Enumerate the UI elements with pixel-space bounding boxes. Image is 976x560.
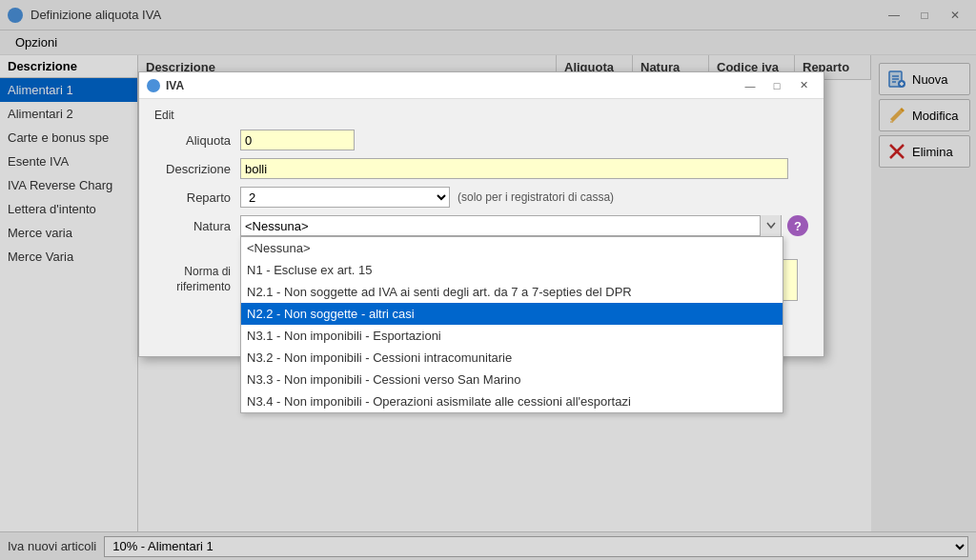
- dialog-title: IVA: [166, 79, 738, 92]
- aliquota-input[interactable]: [240, 130, 355, 150]
- iva-dialog: IVA — □ ✕ Edit Aliquota Descrizione Rep: [138, 71, 824, 357]
- reparto-label: Reparto: [154, 190, 240, 205]
- dropdown-n31[interactable]: N3.1 - Non imponibili - Esportazioni: [241, 325, 783, 347]
- dialog-title-bar: IVA — □ ✕: [139, 72, 824, 99]
- dialog-section-label: Edit: [154, 109, 808, 122]
- natura-container: <Nessuna> <Nessuna> N1 - Escluse ex art.…: [240, 215, 782, 236]
- dialog-icon: [147, 79, 160, 92]
- norma-label: Norma diriferimento: [154, 265, 240, 294]
- reparto-row: Reparto 2 (solo per i registratori di ca…: [154, 187, 808, 208]
- dropdown-n21[interactable]: N2.1 - Non soggette ad IVA ai senti degl…: [241, 281, 783, 303]
- dialog-content: Edit Aliquota Descrizione Reparto 2 (sol…: [139, 99, 824, 255]
- aliquota-label: Aliquota: [154, 133, 240, 148]
- natura-select-text: <Nessuna>: [241, 219, 760, 233]
- dropdown-n22[interactable]: N2.2 - Non soggette - altri casi: [241, 303, 783, 325]
- dropdown-n33[interactable]: N3.3 - Non imponibili - Cessioni verso S…: [241, 369, 783, 390]
- dropdown-nessuna[interactable]: <Nessuna>: [241, 237, 783, 259]
- natura-select-bar: <Nessuna>: [240, 215, 782, 236]
- reparto-note: (solo per i registratori di cassa): [458, 190, 614, 204]
- aliquota-row: Aliquota: [154, 130, 808, 150]
- main-window: Definizione aliquota IVA — □ ✕ Opzioni D…: [0, 0, 976, 560]
- reparto-controls: 2 (solo per i registratori di cassa): [240, 187, 614, 208]
- dialog-maximize-button[interactable]: □: [764, 76, 789, 95]
- dialog-controls: — □ ✕: [738, 76, 816, 95]
- natura-label: Natura: [154, 219, 240, 233]
- descrizione-row: Descrizione: [154, 158, 808, 179]
- chevron-down-icon: [766, 222, 776, 230]
- dropdown-n32[interactable]: N3.2 - Non imponibili - Cessioni intraco…: [241, 347, 783, 369]
- dropdown-n34[interactable]: N3.4 - Non imponibili - Operazioni asism…: [241, 390, 783, 412]
- natura-dropdown: <Nessuna> N1 - Escluse ex art. 15 N2.1 -…: [240, 236, 783, 413]
- dropdown-n1[interactable]: N1 - Escluse ex art. 15: [241, 259, 783, 281]
- natura-dropdown-btn[interactable]: [760, 215, 781, 236]
- natura-help-button[interactable]: ?: [787, 215, 808, 236]
- descrizione-input[interactable]: [240, 158, 788, 179]
- dialog-close-button[interactable]: ✕: [791, 76, 816, 95]
- descrizione-label: Descrizione: [154, 162, 240, 176]
- dialog-minimize-button[interactable]: —: [738, 76, 762, 95]
- natura-row: Natura <Nessuna> <Nessuna> N1 - Esclus: [154, 215, 808, 236]
- reparto-select[interactable]: 2: [240, 187, 450, 208]
